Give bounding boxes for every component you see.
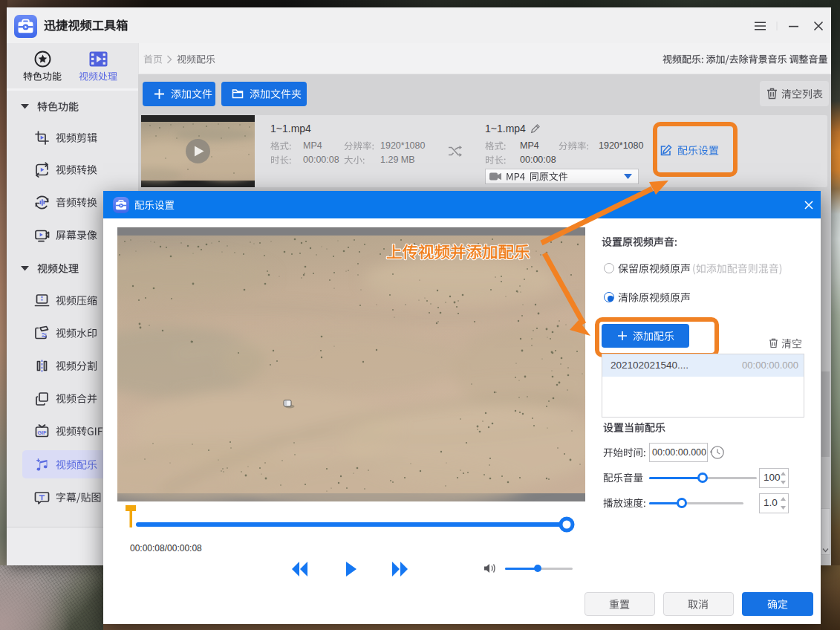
svg-text:GIF: GIF [38,429,48,435]
